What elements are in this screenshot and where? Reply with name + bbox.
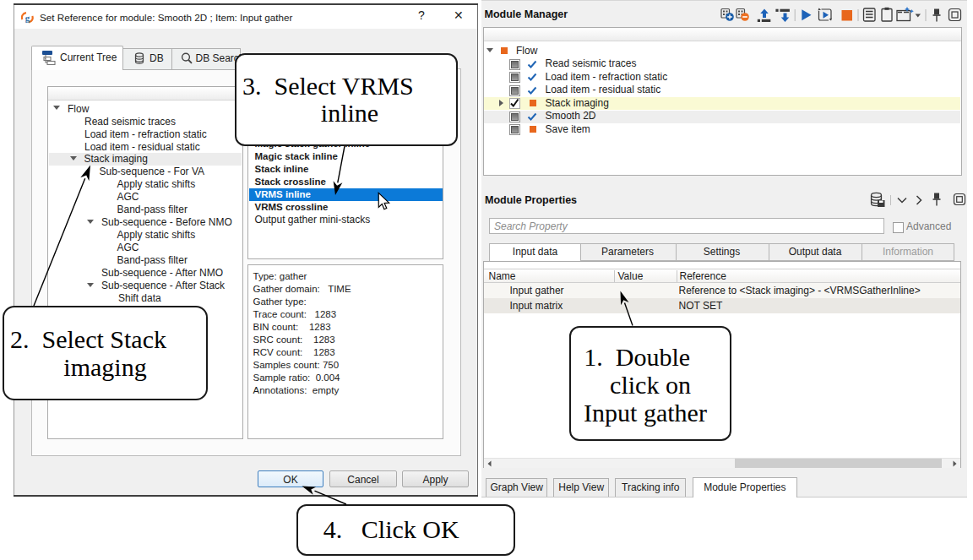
svg-text:g: g [25,13,30,23]
